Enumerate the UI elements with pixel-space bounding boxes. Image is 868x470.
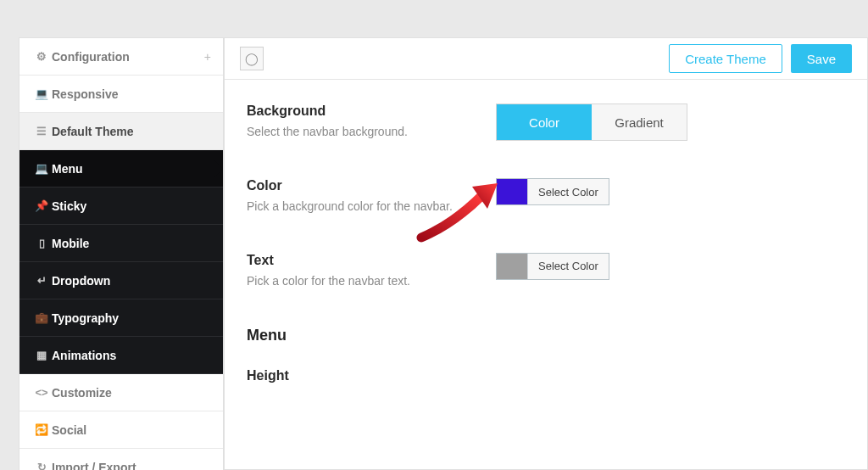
sidebar-item-label: Animations [52,349,116,362]
toolbar: ◯ Create Theme Save [225,38,867,80]
section-heading-menu: Menu [247,327,845,344]
sidebar-item-dropdown[interactable]: ↵ Dropdown [19,262,223,299]
expand-icon: + [204,50,211,64]
setting-color: Color Pick a background color for the na… [247,178,845,215]
select-color-button[interactable]: Select Color [527,254,609,279]
sidebar-item-menu[interactable]: 💻 Menu [19,150,223,187]
sidebar-item-social[interactable]: 🔁 Social [19,411,223,449]
sidebar: ⚙ Configuration + 💻 Responsive ☰ Default… [19,37,224,470]
setting-title: Color [247,178,496,193]
setting-title: Height [247,368,496,383]
select-color-button[interactable]: Select Color [527,179,609,204]
color-swatch [497,254,527,279]
code-icon: <> [31,386,52,399]
background-toggle: Color Gradient [496,104,687,141]
monitor-icon: 💻 [31,87,52,100]
share-icon: 🔁 [31,423,52,436]
sidebar-item-label: Social [52,423,86,437]
setting-background: Background Select the navbar background.… [247,104,845,141]
setting-title: Background [247,104,496,119]
film-icon: ▦ [31,349,52,361]
sidebar-item-responsive[interactable]: 💻 Responsive [19,76,223,113]
gear-icon: ⚙ [31,50,52,63]
sidebar-item-label: Dropdown [52,274,110,288]
main-panel: ◯ Create Theme Save Background Select th… [224,37,868,470]
save-button[interactable]: Save [791,44,852,73]
toggle-option-color[interactable]: Color [497,104,592,140]
sidebar-item-label: Default Theme [52,125,133,138]
sidebar-item-import-export[interactable]: ↻ Import / Export [19,449,223,470]
sidebar-item-customize[interactable]: <> Customize [19,374,223,411]
toggle-option-gradient[interactable]: Gradient [592,104,687,140]
return-icon: ↵ [31,274,52,287]
monitor-icon: 💻 [31,162,52,175]
list-icon: ☰ [31,125,52,137]
layout-icon[interactable]: ◯ [240,47,264,70]
sidebar-item-sticky[interactable]: 📌 Sticky [19,187,223,225]
sidebar-item-label: Import / Export [52,461,136,471]
sidebar-item-label: Menu [52,162,83,176]
sidebar-item-configuration[interactable]: ⚙ Configuration + [19,38,223,76]
pin-icon: 📌 [31,199,52,212]
sidebar-item-animations[interactable]: ▦ Animations [19,337,223,374]
color-picker-text[interactable]: Select Color [496,253,609,280]
sidebar-item-label: Customize [52,386,112,400]
setting-text: Text Pick a color for the navbar text. S… [247,253,845,290]
case-icon: 💼 [31,311,52,324]
sidebar-item-typography[interactable]: 💼 Typography [19,299,223,337]
sidebar-item-label: Typography [52,311,119,325]
sidebar-item-label: Responsive [52,87,119,101]
color-picker-background[interactable]: Select Color [496,178,609,205]
sidebar-item-label: Configuration [52,50,130,64]
app-root: ⚙ Configuration + 💻 Responsive ☰ Default… [0,0,868,470]
sidebar-item-default-theme[interactable]: ☰ Default Theme [19,113,223,150]
setting-title: Text [247,253,496,268]
setting-desc: Pick a color for the navbar text. [247,273,459,290]
phone-icon: ▯ [31,237,52,249]
setting-height: Height [247,368,845,389]
color-swatch [497,179,527,204]
sidebar-item-mobile[interactable]: ▯ Mobile [19,225,223,262]
content-area: Background Select the navbar background.… [225,80,867,389]
create-theme-button[interactable]: Create Theme [669,44,782,73]
setting-desc: Select the navbar background. [247,124,459,141]
sidebar-item-label: Mobile [52,237,89,250]
sidebar-item-label: Sticky [52,199,86,213]
refresh-icon: ↻ [31,461,52,470]
setting-desc: Pick a background color for the navbar. [247,199,459,215]
